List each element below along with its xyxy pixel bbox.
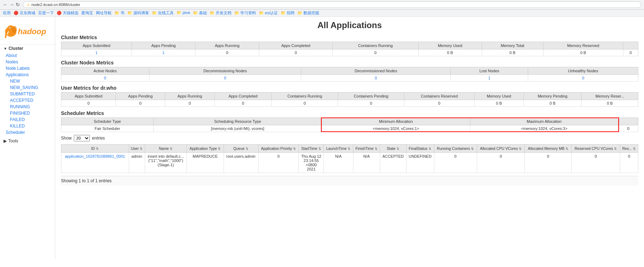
bookmark-datamining[interactable]: 📁 数据挖掘 — [297, 10, 319, 16]
show-label: Show — [61, 136, 72, 141]
back-button[interactable]: ← — [3, 2, 8, 7]
app-col-finishtime: FinishTime ⇅ — [353, 145, 380, 153]
sidebar-item-failed[interactable]: FAILED — [0, 116, 55, 123]
cluster-nodes-table: Active Nodes Decommissioning Nodes Decom… — [61, 67, 638, 82]
col-memory-used: Memory Used — [418, 42, 482, 49]
um-containers-running: Containers Running — [271, 93, 338, 100]
bookmark-nav[interactable]: 网址导航 — [96, 10, 112, 16]
forward-button[interactable]: → — [9, 2, 14, 7]
app-id-link[interactable]: application_1628781088861_0001 — [65, 154, 125, 158]
tools-label: Tools — [8, 138, 18, 143]
svg-point-4 — [9, 27, 10, 28]
decommissioning-link[interactable]: 0 — [224, 76, 226, 80]
sm-scheduler-type: Scheduler Type — [61, 118, 154, 125]
sidebar-item-killed[interactable]: KILLED — [0, 123, 55, 129]
app-allocated-cpu-cell: 0 — [477, 153, 525, 173]
bookmark-esi[interactable]: 📁 esi认证 — [259, 10, 278, 16]
bookmark-aiqutao[interactable]: 爱淘宝 — [81, 10, 93, 16]
sidebar-item-running[interactable]: RUNNING — [0, 104, 55, 110]
app-finalstatus-cell: UNDEFINED — [406, 153, 434, 173]
apps-pending-link[interactable]: 1 — [162, 51, 164, 55]
bookmark-onlinetool[interactable]: 📁 在线工具 — [152, 10, 174, 16]
active-nodes-link[interactable]: 0 — [104, 76, 106, 80]
cluster-section: ▼ Cluster About Nodes Node Labels Applic… — [0, 44, 55, 136]
sidebar-item-new-saving[interactable]: NEW_SAVING — [0, 84, 55, 91]
app-reserved-cpu-cell: 0 — [572, 153, 620, 173]
svg-text:hadoop: hadoop — [18, 27, 46, 36]
um-val-apps-pending: 0 — [116, 100, 165, 107]
sidebar-item-node-labels[interactable]: Node Labels — [0, 65, 55, 72]
cluster-header[interactable]: ▼ Cluster — [0, 44, 55, 52]
showing-label: Showing 1 to 1 of 1 entries — [61, 178, 112, 183]
app-finishtime-cell: N/A — [353, 153, 380, 173]
bookmark-java[interactable]: 📁 java — [177, 10, 190, 16]
reload-button[interactable]: ↻ — [16, 2, 20, 7]
sidebar: hadoop ▼ Cluster About Nodes Node Labels… — [0, 17, 55, 259]
app-running-containers-cell: 0 — [434, 153, 477, 173]
tools-arrow: ▶ — [4, 138, 7, 143]
um-apps-completed: Apps Completed — [215, 93, 272, 100]
app-col-launchtime: LaunchTime ⇅ — [324, 145, 353, 153]
col-apps-completed: Apps Completed — [259, 42, 333, 49]
cluster-nodes-row: 0 0 0 1 0 — [61, 75, 638, 82]
lost-nodes-link[interactable]: 1 — [488, 76, 490, 80]
sidebar-item-scheduler[interactable]: Scheduler — [0, 129, 55, 136]
val-apps-submitted: 1 — [61, 49, 132, 56]
hadoop-logo: hadoop — [3, 22, 49, 40]
col-active-nodes: Active Nodes — [61, 67, 149, 75]
bookmark-sourceblog[interactable]: 📁 源码博客 — [127, 10, 149, 16]
app-col-type: Application Type ⇅ — [187, 145, 224, 153]
sidebar-item-nodes[interactable]: Nodes — [0, 59, 55, 65]
um-val-apps-completed: 0 — [215, 100, 272, 107]
sidebar-item-applications[interactable]: Applications — [0, 72, 55, 78]
browser-navigation[interactable]: ← → ↻ — [3, 2, 20, 7]
entries-label: entries — [92, 136, 105, 141]
sidebar-item-finished[interactable]: FINISHED — [0, 110, 55, 116]
sidebar-item-tools[interactable]: ▶ Tools — [0, 137, 55, 145]
bookmark-study[interactable]: 📁 学习资料 — [234, 10, 256, 16]
val-apps-completed: 0 — [259, 49, 333, 56]
entries-select[interactable]: 10 20 25 50 100 — [74, 135, 90, 141]
app-col-queue: Queue ⇅ — [224, 145, 258, 153]
app-col-priority: Application Priority ⇅ — [258, 145, 299, 153]
col-lost-nodes: Lost Nodes — [450, 67, 528, 75]
apps-submitted-link[interactable]: 1 — [95, 51, 97, 55]
sidebar-item-accepted[interactable]: ACCEPTED — [0, 97, 55, 104]
bookmark-tmall[interactable]: 🔴 天猫精选 — [57, 10, 78, 16]
bookmark-apps[interactable]: 应用 — [3, 10, 11, 16]
app-col-running-containers: Running Containers ⇅ — [434, 145, 477, 153]
sidebar-item-about[interactable]: About — [0, 52, 55, 59]
bookmark-basic[interactable]: 📁 基础 — [193, 10, 207, 16]
val-memory-used: 0 B — [418, 49, 482, 56]
url-bar[interactable]: ⚠ node2.itcast.cn:8088/cluster — [23, 1, 641, 8]
bookmark-book[interactable]: 📁 书 — [114, 10, 124, 16]
sm-min-allocation: Minimum Allocation — [322, 118, 470, 125]
sidebar-item-submitted[interactable]: SUBMITTED — [0, 91, 55, 97]
bookmark-recruit[interactable]: 📁 招聘 — [281, 10, 295, 16]
cluster-metrics-title: Cluster Metrics — [61, 35, 638, 40]
sm-max-allocation: Maximum Allocation — [470, 118, 618, 125]
col-unhealthy-nodes: Unhealthy Nodes — [528, 67, 638, 75]
sm-extra — [618, 118, 638, 125]
col-apps-pending: Apps Pending — [132, 42, 195, 49]
app-id-cell: application_1628781088861_0001 — [61, 153, 129, 173]
bookmark-jd[interactable]: 🔴 京东商城 — [14, 10, 35, 16]
decommissioned-link[interactable]: 0 — [375, 76, 377, 80]
um-memory-pending: Memory Pending — [523, 93, 582, 100]
app-starttime-cell: Thu Aug 1223:14:55+08002021 — [299, 153, 324, 173]
sidebar-item-new[interactable]: NEW — [0, 78, 55, 84]
user-metrics-row: 0 0 0 0 0 0 0 0 B 0 B 0 B — [61, 100, 638, 107]
app-col-reserved-mem: Res... ⇅ — [620, 145, 638, 153]
bookmark-baidu[interactable]: 百度一下 — [38, 10, 54, 16]
col-decommissioned-nodes: Decommissioned Nodes — [301, 67, 451, 75]
col-memory-total: Memory Total — [482, 42, 543, 49]
unhealthy-link[interactable]: 0 — [582, 76, 584, 80]
app-row-0: application_1628781088861_0001 admin ins… — [61, 153, 638, 173]
svg-point-2 — [12, 26, 17, 33]
app-name-cell: insert into default.c...("11","math","10… — [145, 153, 187, 173]
col-apps-running: Apps Running — [195, 42, 259, 49]
app-col-id: ID ⇅ — [61, 145, 129, 153]
val-containers-running: 0 — [333, 49, 419, 56]
bookmark-devdoc[interactable]: 📁 开发文档 — [210, 10, 231, 16]
val-memory-total: 0 B — [482, 49, 543, 56]
